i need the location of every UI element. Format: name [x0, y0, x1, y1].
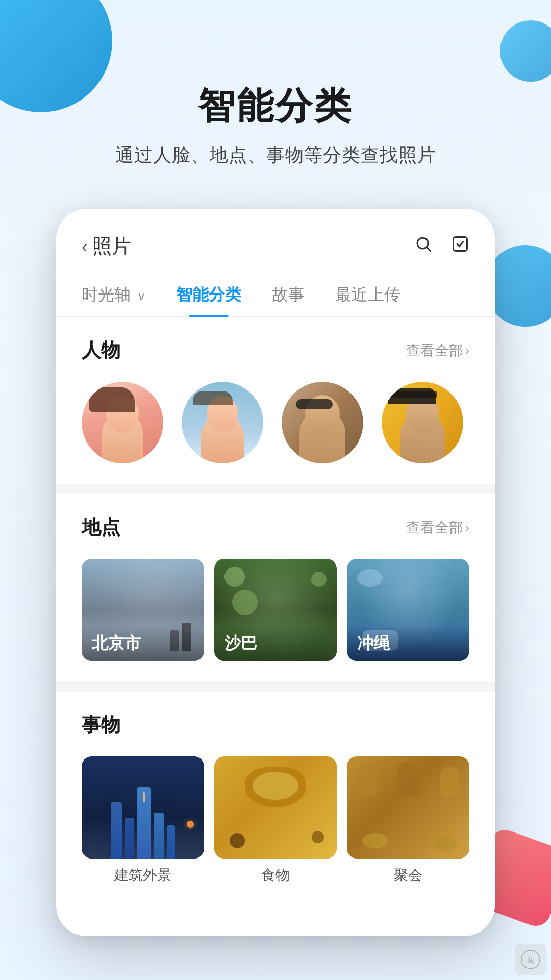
food-bg [214, 756, 337, 859]
dropdown-arrow-icon: ∨ [137, 290, 145, 303]
svg-rect-2 [454, 237, 467, 251]
people-view-all-button[interactable]: 查看全部 › [406, 341, 469, 360]
phone-container: ‹ 照片 时光轴 [56, 209, 495, 936]
tab-recent-upload[interactable]: 最近上传 [335, 274, 400, 316]
person-avatar-3[interactable] [282, 382, 363, 463]
sabah-label: 沙巴 [214, 626, 337, 661]
people-row [82, 382, 469, 463]
architecture-label: 建筑外景 [82, 866, 204, 885]
food-image [214, 756, 337, 859]
phone-mockup: ‹ 照片 时光轴 [56, 209, 495, 936]
tab-timeline[interactable]: 时光轴 ∨ [82, 274, 145, 316]
location-view-all-label: 查看全部 [406, 518, 463, 537]
people-view-all-label: 查看全部 [406, 341, 463, 360]
things-section-title: 事物 [82, 712, 120, 738]
app-content: 人物 查看全部 › [56, 317, 495, 905]
tab-recent-label: 最近上传 [335, 285, 400, 304]
watermark: 花 [515, 944, 546, 975]
svg-line-1 [427, 248, 431, 251]
location-view-all-button[interactable]: 查看全部 › [406, 518, 469, 537]
location-section-title: 地点 [82, 514, 120, 541]
hero-subtitle: 通过人脸、地点、事物等分类查找照片 [0, 143, 551, 168]
location-card-sabah[interactable]: 沙巴 [214, 559, 337, 661]
okinawa-label: 冲绳 [347, 626, 469, 661]
app-header: ‹ 照片 [56, 209, 495, 274]
people-section: 人物 查看全部 › [56, 317, 495, 484]
location-section: 地点 查看全部 › 北京市 [56, 494, 495, 681]
search-icon[interactable] [414, 235, 433, 258]
hero-title: 智能分类 [0, 82, 551, 131]
party-image [347, 756, 469, 859]
things-grid: 建筑外景 食物 [82, 756, 469, 885]
location-card-beijing[interactable]: 北京市 [82, 559, 204, 661]
location-view-all-arrow-icon: › [465, 521, 469, 535]
tab-smart-label: 智能分类 [176, 285, 241, 304]
tab-timeline-label: 时光轴 [82, 285, 131, 304]
beijing-label: 北京市 [82, 626, 204, 661]
tab-smart-classification[interactable]: 智能分类 [176, 274, 241, 316]
svg-text:花: 花 [527, 957, 534, 964]
hero-section: 智能分类 通过人脸、地点、事物等分类查找照片 [0, 0, 551, 168]
things-section-header: 事物 [82, 712, 469, 738]
person-avatar-1[interactable] [82, 382, 163, 463]
select-icon[interactable] [451, 235, 469, 258]
back-label: 照片 [92, 233, 131, 259]
location-card-okinawa[interactable]: 冲绳 [347, 559, 469, 661]
thing-card-party[interactable]: 聚会 [347, 756, 469, 885]
back-button[interactable]: ‹ 照片 [82, 233, 131, 259]
location-section-header: 地点 查看全部 › [82, 514, 469, 541]
people-view-all-arrow-icon: › [465, 344, 469, 358]
tab-story-label: 故事 [272, 285, 305, 304]
food-label: 食物 [214, 866, 337, 885]
tab-story[interactable]: 故事 [272, 274, 305, 316]
party-bg [347, 756, 469, 859]
header-icons [414, 235, 469, 258]
thing-card-architecture[interactable]: 建筑外景 [82, 756, 204, 885]
architecture-image [82, 756, 204, 859]
people-section-header: 人物 查看全部 › [82, 337, 469, 363]
people-section-title: 人物 [82, 337, 120, 363]
thing-card-food[interactable]: 食物 [214, 756, 337, 885]
person-avatar-4[interactable] [382, 382, 463, 463]
person-avatar-2[interactable] [182, 382, 263, 463]
location-grid: 北京市 沙巴 [82, 559, 469, 661]
things-section: 事物 [56, 692, 495, 905]
tabs-row: 时光轴 ∨ 智能分类 故事 最近上传 [56, 274, 495, 317]
back-arrow-icon: ‹ [82, 236, 87, 256]
party-label: 聚会 [347, 866, 469, 885]
